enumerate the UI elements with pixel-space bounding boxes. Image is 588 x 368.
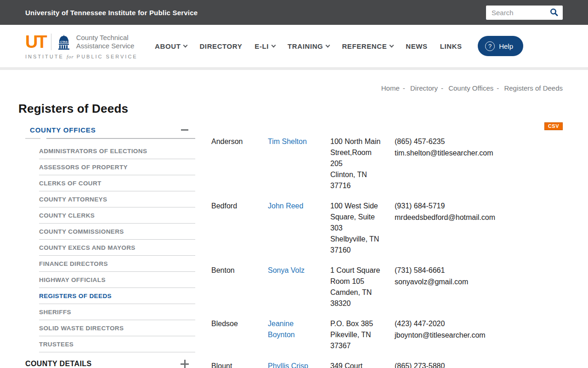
registers-table: Anderson Tim Shelton 100 North Main Stre… bbox=[211, 136, 563, 368]
page-title: Registers of Deeds bbox=[18, 102, 563, 116]
register-name-link[interactable]: Sonya Volz bbox=[268, 265, 305, 276]
nav-item[interactable]: E-LI bbox=[254, 42, 275, 50]
register-name-link[interactable]: Phyllis Crisp bbox=[268, 361, 308, 368]
table-row: Anderson Tim Shelton 100 North Main Stre… bbox=[211, 136, 563, 191]
sidebar-list: ADMINISTRATORS OF ELECTIONS ASSESSORS OF… bbox=[39, 143, 195, 352]
county-cell: Benton bbox=[211, 265, 268, 309]
contact-cell: (423) 447-2020 jboynton@titlesearcher.co… bbox=[395, 318, 563, 351]
question-icon bbox=[485, 41, 495, 51]
email-link[interactable]: jboynton@titlesearcher.com bbox=[395, 329, 563, 341]
sidebar-item[interactable]: COUNTY EXECS AND MAYORS bbox=[39, 240, 195, 256]
capitol-icon: CTAS bbox=[57, 34, 71, 50]
search-box bbox=[486, 6, 563, 20]
topbar: University of Tennessee Institute for Pu… bbox=[0, 0, 588, 25]
sidebar-item[interactable]: COUNTY CLERKS bbox=[39, 207, 195, 224]
sidebar-item[interactable]: COUNTY COMMISSIONERS bbox=[39, 224, 195, 240]
sidebar-item[interactable]: FINANCE DIRECTORS bbox=[39, 256, 195, 272]
search-icon bbox=[549, 7, 559, 17]
email-link[interactable]: sonyavolz@gmail.com bbox=[395, 276, 563, 288]
sidebar-item[interactable]: HIGHWAY OFFICIALS bbox=[39, 272, 195, 288]
table-row: Benton Sonya Volz 1 Court Square Room 10… bbox=[211, 265, 563, 309]
nav-item[interactable]: DIRECTORY bbox=[199, 42, 242, 50]
nav-item[interactable]: NEWS bbox=[406, 42, 427, 50]
phone: (731) 584-6661 bbox=[395, 265, 563, 276]
breadcrumb-link[interactable]: Home bbox=[381, 84, 400, 92]
contact-cell: (731) 584-6661 sonyavolz@gmail.com bbox=[395, 265, 563, 309]
content: CSV Anderson Tim Shelton 100 North Main … bbox=[211, 121, 563, 368]
address-cell: P.O. Box 385 Pikeville, TN 37367 bbox=[330, 318, 395, 351]
chevron-down-icon bbox=[271, 43, 276, 47]
contact-cell: (865) 273-5880 pcrisp@blounttn.org bbox=[395, 361, 563, 368]
name-cell: Tim Shelton bbox=[268, 136, 330, 191]
email-link[interactable]: mrdeedsbedford@hotmail.com bbox=[395, 212, 563, 223]
breadcrumb-link[interactable]: Directory bbox=[410, 84, 438, 92]
address-cell: 349 Court Street bbox=[330, 361, 395, 368]
sidebar-item[interactable]: ADMINISTRATORS OF ELECTIONS bbox=[39, 143, 195, 159]
phone: (865) 273-5880 bbox=[395, 361, 563, 368]
name-cell: Jeanine Boynton bbox=[268, 318, 330, 351]
ut-logo-mark: UT bbox=[25, 33, 46, 51]
breadcrumb: Home- Directory- County Offices- Registe… bbox=[18, 84, 563, 92]
name-cell: John Reed bbox=[268, 201, 330, 256]
table-row: Blount Phyllis Crisp 349 Court Street (8… bbox=[211, 361, 563, 368]
sidebar-item[interactable]: TRUSTEES bbox=[39, 336, 195, 352]
header: UT CTAS County Technical Assi bbox=[0, 25, 588, 70]
sidebar-item[interactable]: ASSESSORS OF PROPERTY bbox=[39, 159, 195, 175]
org-name: County Technical Assistance Service bbox=[76, 34, 135, 50]
sidebar-divider bbox=[25, 138, 195, 139]
institute-tagline: INSTITUTE for PUBLIC SERVICE bbox=[25, 54, 138, 59]
site-title-link[interactable]: University of Tennessee Institute for Pu… bbox=[25, 9, 198, 17]
phone: (931) 684-5719 bbox=[395, 201, 563, 212]
name-cell: Sonya Volz bbox=[268, 265, 330, 309]
expand-plus-icon[interactable] bbox=[181, 360, 189, 368]
nav-item[interactable]: TRAINING bbox=[288, 42, 329, 50]
email-link[interactable]: tim.shelton@titlesearcher.com bbox=[395, 147, 563, 159]
sidebar-section-county-details[interactable]: COUNTY DETAILS bbox=[25, 352, 195, 368]
phone: (423) 447-2020 bbox=[395, 318, 563, 329]
chevron-down-icon bbox=[183, 43, 188, 47]
register-name-link[interactable]: Tim Shelton bbox=[268, 136, 307, 147]
nav-item[interactable]: REFERENCE bbox=[342, 42, 393, 50]
svg-text:CTAS: CTAS bbox=[60, 40, 68, 43]
csv-export-button[interactable]: CSV bbox=[544, 122, 563, 130]
sidebar-item[interactable]: SHERIFFS bbox=[39, 304, 195, 320]
main-nav: ABOUT DIRECTORY E-LI TRAINING REFERENCE … bbox=[142, 42, 462, 50]
name-cell: Phyllis Crisp bbox=[268, 361, 330, 368]
nav-item[interactable]: LINKS bbox=[440, 42, 462, 50]
nav-item[interactable]: ABOUT bbox=[155, 42, 187, 50]
address-cell: 100 North Main Street,Room 205 Clinton, … bbox=[330, 136, 395, 191]
table-row: Bedford John Reed 100 West Side Square, … bbox=[211, 201, 563, 256]
address-cell: 1 Court Square Room 105 Camden, TN 38320 bbox=[330, 265, 395, 309]
logo-divider bbox=[51, 34, 51, 50]
ctas-logo[interactable]: UT CTAS County Technical Assi bbox=[25, 33, 138, 59]
register-name-link[interactable]: Jeanine Boynton bbox=[268, 318, 319, 340]
address-cell: 100 West Side Square, Suite 303 Shelbyvi… bbox=[330, 201, 395, 256]
help-button[interactable]: Help bbox=[478, 36, 523, 56]
sidebar-item[interactable]: COUNTY ATTORNEYS bbox=[39, 191, 195, 207]
sidebar-section-county-offices[interactable]: COUNTY OFFICES bbox=[25, 121, 195, 138]
collapse-minus-icon[interactable] bbox=[181, 129, 188, 131]
contact-cell: (865) 457-6235 tim.shelton@titlesearcher… bbox=[395, 136, 563, 191]
county-cell: Bedford bbox=[211, 201, 268, 256]
sidebar-item[interactable]: SOLID WASTE DIRECTORS bbox=[39, 320, 195, 336]
phone: (865) 457-6235 bbox=[395, 136, 563, 147]
contact-cell: (931) 684-5719 mrdeedsbedford@hotmail.co… bbox=[395, 201, 563, 256]
chevron-down-icon bbox=[390, 43, 394, 47]
county-cell: Anderson bbox=[211, 136, 268, 191]
search-button[interactable] bbox=[548, 7, 560, 17]
page-body: Home- Directory- County Offices- Registe… bbox=[0, 84, 588, 368]
chevron-down-icon bbox=[326, 43, 330, 47]
sidebar-item[interactable]: REGISTERS OF DEEDS bbox=[39, 288, 195, 304]
county-cell: Blount bbox=[211, 361, 268, 368]
breadcrumb-link[interactable]: Registers of Deeds bbox=[504, 84, 563, 92]
sidebar: COUNTY OFFICES ADMINISTRATORS OF ELECTIO… bbox=[25, 121, 195, 368]
county-cell: Bledsoe bbox=[211, 318, 268, 351]
register-name-link[interactable]: John Reed bbox=[268, 201, 303, 212]
breadcrumb-link[interactable]: County Offices bbox=[448, 84, 493, 92]
search-input[interactable] bbox=[491, 8, 548, 17]
sidebar-item[interactable]: CLERKS OF COURT bbox=[39, 175, 195, 191]
table-row: Bledsoe Jeanine Boynton P.O. Box 385 Pik… bbox=[211, 318, 563, 351]
